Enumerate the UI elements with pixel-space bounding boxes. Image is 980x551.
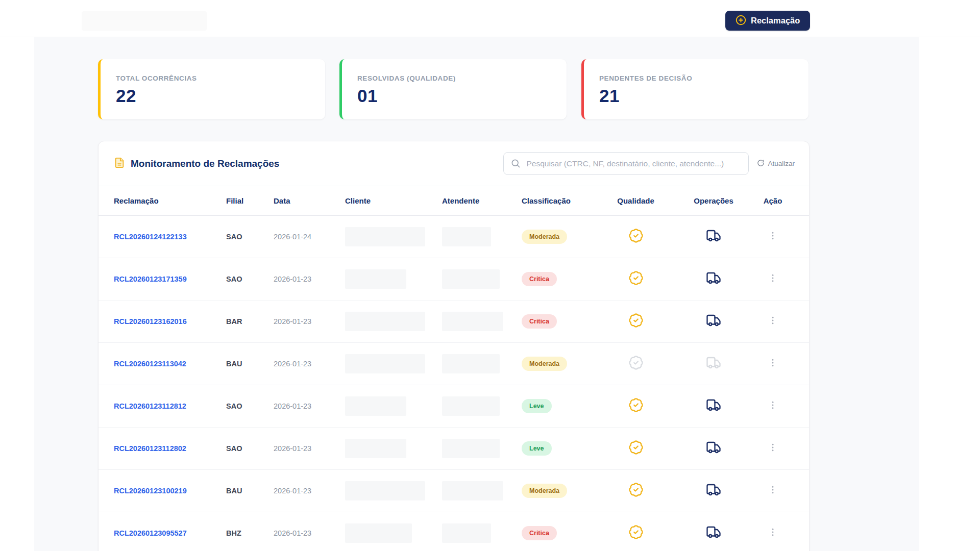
complaint-id-link[interactable]: RCL20260123112802 — [114, 444, 186, 453]
table-row: RCL20260124122133 SAO 2026-01-24 Moderad… — [99, 216, 809, 258]
client-redacted — [345, 396, 406, 416]
client-redacted — [345, 269, 406, 289]
row-actions-kebab-icon[interactable] — [768, 484, 778, 495]
row-actions-kebab-icon[interactable] — [768, 442, 778, 453]
branch-cell: BHZ — [226, 529, 274, 537]
complaint-id-link[interactable]: RCL20260123171359 — [114, 275, 187, 283]
document-icon — [114, 157, 125, 170]
date-cell: 2026-01-23 — [274, 444, 345, 453]
table-body: RCL20260124122133 SAO 2026-01-24 Moderad… — [99, 216, 809, 551]
stat-card-total: TOTAL OCORRÊNCIAS 22 — [98, 59, 325, 119]
col-header-operacoes: Operações — [675, 196, 752, 205]
client-redacted — [345, 439, 406, 458]
col-header-qualidade: Qualidade — [596, 196, 675, 205]
table-row: RCL20260123100219 BAU 2026-01-23 Moderad… — [99, 470, 809, 512]
attendant-redacted — [442, 269, 500, 289]
quality-badge-check-icon[interactable] — [628, 397, 644, 413]
row-actions-kebab-icon[interactable] — [768, 527, 778, 538]
table-header-row: Reclamação Filial Data Cliente Atendente… — [99, 186, 809, 216]
row-actions-kebab-icon[interactable] — [768, 357, 778, 368]
row-actions-kebab-icon[interactable] — [768, 315, 778, 326]
attendant-redacted — [442, 312, 503, 331]
attendant-redacted — [442, 523, 491, 543]
stat-value: 22 — [116, 86, 325, 106]
complaint-id-link[interactable]: RCL20260123113042 — [114, 360, 186, 368]
complaint-id-link[interactable]: RCL20260123100219 — [114, 487, 187, 495]
classification-badge: Critica — [522, 272, 557, 286]
table-row: RCL20260123162016 BAR 2026-01-23 Critica — [99, 300, 809, 343]
search-input[interactable] — [503, 152, 749, 175]
complaint-id-link[interactable]: RCL20260123162016 — [114, 317, 187, 325]
row-actions-kebab-icon[interactable] — [768, 230, 778, 241]
date-cell: 2026-01-23 — [274, 360, 345, 368]
plus-circle-icon — [736, 15, 746, 27]
quality-badge-check-icon[interactable] — [628, 355, 644, 370]
classification-badge: Critica — [522, 314, 557, 329]
col-header-cliente: Cliente — [345, 196, 442, 205]
branch-cell: BAU — [226, 360, 274, 368]
refresh-icon — [757, 159, 765, 168]
row-actions-kebab-icon[interactable] — [768, 272, 778, 284]
classification-badge: Leve — [522, 399, 552, 413]
quality-badge-check-icon[interactable] — [628, 482, 644, 497]
complaint-id-link[interactable]: RCL20260124122133 — [114, 233, 187, 241]
date-cell: 2026-01-23 — [274, 529, 345, 537]
stat-value: 21 — [599, 86, 808, 106]
attendant-redacted — [442, 481, 503, 500]
top-header-bar: Reclamação — [0, 0, 980, 37]
client-redacted — [345, 481, 425, 500]
table-row: RCL20260123113042 BAU 2026-01-23 Moderad… — [99, 343, 809, 385]
col-header-acao: Ação — [752, 196, 794, 205]
stat-label: TOTAL OCORRÊNCIAS — [116, 74, 325, 82]
operations-truck-icon[interactable] — [706, 524, 721, 540]
quality-badge-check-icon[interactable] — [628, 313, 644, 328]
new-complaint-button-label: Reclamação — [751, 16, 800, 26]
date-cell: 2026-01-23 — [274, 487, 345, 495]
complaints-table-card: Monitoramento de Reclamações — [98, 141, 810, 551]
client-redacted — [345, 312, 425, 331]
operations-truck-icon[interactable] — [706, 270, 721, 286]
col-header-data: Data — [274, 196, 345, 205]
classification-badge: Moderada — [522, 230, 567, 244]
search-box — [503, 152, 749, 175]
quality-badge-check-icon[interactable] — [628, 228, 644, 243]
date-cell: 2026-01-23 — [274, 402, 345, 410]
operations-truck-icon[interactable] — [706, 440, 721, 455]
operations-truck-icon[interactable] — [706, 228, 721, 243]
refresh-label: Atualizar — [768, 160, 795, 167]
branch-cell: SAO — [226, 444, 274, 453]
operations-truck-icon[interactable] — [706, 313, 721, 328]
logo-placeholder — [82, 11, 207, 31]
client-redacted — [345, 227, 425, 246]
branch-cell: BAR — [226, 317, 274, 325]
branch-cell: SAO — [226, 275, 274, 283]
date-cell: 2026-01-24 — [274, 233, 345, 241]
table-row: RCL20260123095527 BHZ 2026-01-23 Critica — [99, 512, 809, 551]
attendant-redacted — [442, 396, 500, 416]
quality-badge-check-icon[interactable] — [628, 524, 644, 540]
table-title: Monitoramento de Reclamações — [131, 158, 279, 169]
table-row: RCL20260123112812 SAO 2026-01-23 Leve — [99, 385, 809, 428]
client-redacted — [345, 354, 425, 373]
table-row: RCL20260123171359 SAO 2026-01-23 Critica — [99, 258, 809, 300]
attendant-redacted — [442, 354, 500, 373]
quality-badge-check-icon[interactable] — [628, 440, 644, 455]
complaint-id-link[interactable]: RCL20260123112812 — [114, 402, 186, 410]
classification-badge: Leve — [522, 441, 552, 456]
row-actions-kebab-icon[interactable] — [768, 399, 778, 411]
table-card-header: Monitoramento de Reclamações — [99, 141, 809, 186]
table-row: RCL20260123112802 SAO 2026-01-23 Leve — [99, 428, 809, 470]
col-header-reclamacao: Reclamação — [114, 196, 226, 205]
date-cell: 2026-01-23 — [274, 275, 345, 283]
operations-truck-icon[interactable] — [706, 397, 721, 413]
operations-truck-icon[interactable] — [706, 482, 721, 497]
search-icon — [510, 158, 521, 170]
complaint-id-link[interactable]: RCL20260123095527 — [114, 529, 187, 537]
new-complaint-button[interactable]: Reclamação — [725, 11, 810, 31]
quality-badge-check-icon[interactable] — [628, 270, 644, 286]
refresh-button[interactable]: Atualizar — [757, 159, 795, 168]
attendant-redacted — [442, 439, 500, 458]
operations-truck-icon[interactable] — [706, 355, 721, 370]
col-header-classificacao: Classificação — [522, 196, 596, 205]
stat-label: PENDENTES DE DECISÃO — [599, 74, 808, 82]
